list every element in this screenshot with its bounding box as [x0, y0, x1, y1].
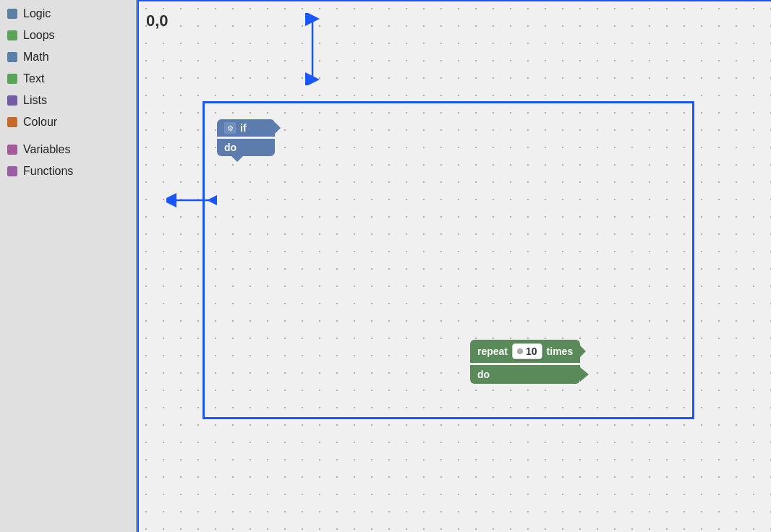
- math-color-dot: [7, 52, 17, 62]
- lists-color-dot: [7, 95, 17, 106]
- if-notch-bottom: [231, 156, 243, 162]
- do-label: do: [224, 142, 237, 153]
- sidebar-item-math[interactable]: Math: [0, 46, 136, 68]
- axis-vertical: [137, 0, 139, 532]
- sidebar-item-functions[interactable]: Functions: [0, 160, 136, 182]
- text-color-dot: [7, 74, 17, 84]
- loops-color-dot: [7, 30, 17, 40]
- sidebar-label-variables: Variables: [23, 143, 71, 156]
- sidebar-item-lists[interactable]: Lists: [0, 90, 136, 111]
- canvas-background: 0,0: [137, 0, 771, 532]
- horizontal-arrow-icon: [166, 192, 217, 209]
- sidebar-label-loops: Loops: [23, 29, 55, 42]
- repeat-block-bottom[interactable]: do: [470, 365, 580, 384]
- sidebar-label-logic: Logic: [23, 7, 51, 20]
- if-notch-right: [275, 122, 281, 134]
- sidebar-item-text[interactable]: Text: [0, 68, 136, 90]
- if-block-bottom[interactable]: do: [217, 139, 275, 156]
- colour-color-dot: [7, 117, 17, 127]
- gear-icon[interactable]: ⚙: [224, 122, 236, 134]
- sidebar-label-colour: Colour: [23, 116, 57, 129]
- sidebar-label-functions: Functions: [23, 165, 73, 178]
- logic-color-dot: [7, 9, 17, 19]
- axis-horizontal: [137, 0, 771, 1]
- selection-rectangle: [203, 101, 694, 419]
- sidebar-label-math: Math: [23, 51, 49, 64]
- sidebar-label-lists: Lists: [23, 94, 47, 107]
- sidebar-item-loops[interactable]: Loops: [0, 25, 136, 46]
- if-block-top[interactable]: ⚙ if: [217, 119, 275, 137]
- repeat-block[interactable]: repeat 10 times do: [470, 340, 580, 384]
- vertical-arrow-icon: [304, 13, 321, 85]
- if-block[interactable]: ⚙ if do: [217, 119, 275, 156]
- repeat-do-label: do: [477, 369, 490, 380]
- if-label: if: [240, 122, 247, 134]
- repeat-notch-right: [580, 346, 586, 357]
- main-canvas[interactable]: 0,0: [137, 0, 771, 532]
- functions-color-dot: [7, 166, 17, 176]
- coordinate-label: 0,0: [146, 12, 169, 30]
- sidebar-item-logic[interactable]: Logic: [0, 3, 136, 25]
- variables-color-dot: [7, 145, 17, 155]
- sidebar-item-variables[interactable]: Variables: [0, 139, 136, 160]
- do-notch: [580, 367, 589, 382]
- sidebar-item-colour[interactable]: Colour: [0, 111, 136, 133]
- sidebar-label-text: Text: [23, 72, 44, 85]
- times-label: times: [547, 346, 574, 357]
- sidebar: Logic Loops Math Text Lists Colour Varia…: [0, 0, 137, 532]
- repeat-label: repeat: [477, 346, 508, 357]
- repeat-value-input[interactable]: 10: [512, 343, 542, 359]
- repeat-block-top[interactable]: repeat 10 times: [470, 340, 580, 363]
